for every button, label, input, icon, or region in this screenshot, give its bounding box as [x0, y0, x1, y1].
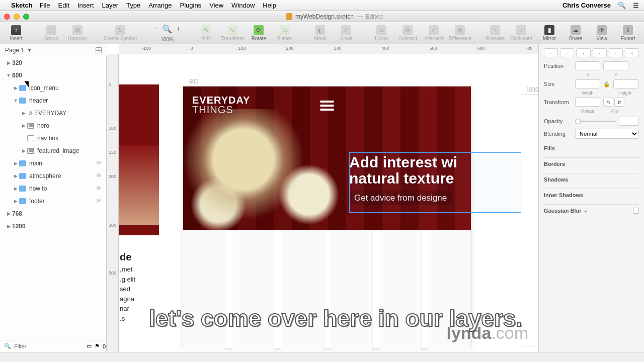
export-button[interactable]: ⇪Export: [616, 23, 640, 43]
zoom-icon[interactable]: 🔍: [162, 24, 172, 34]
menu-view[interactable]: View: [209, 2, 223, 9]
backward-button[interactable]: ↓Backward: [509, 23, 533, 43]
ruler-horizontal[interactable]: -100 0 100 200 300 400 500 600 700: [119, 44, 538, 54]
menu-type[interactable]: Type: [126, 2, 140, 9]
position-y-input[interactable]: [603, 61, 628, 70]
layer-everyday[interactable]: AEVERYDAY: [0, 107, 106, 119]
create-symbol-button[interactable]: ↻Create Symbol: [101, 23, 140, 43]
zoom-value: 100%: [160, 37, 174, 42]
menu-insert[interactable]: Insert: [77, 2, 94, 9]
scale-button[interactable]: ⤢Scale: [334, 23, 358, 43]
ruler-vertical[interactable]: 0 100 150 200 300 500: [107, 54, 119, 352]
align-right-button[interactable]: ⫞: [576, 48, 590, 57]
menu-plugins[interactable]: Plugins: [180, 2, 201, 9]
hamburger-icon[interactable]: [320, 101, 334, 111]
zoom-out-button[interactable]: −: [153, 25, 159, 33]
menu-edit[interactable]: Edit: [58, 2, 69, 9]
opacity-input[interactable]: [619, 117, 639, 126]
window-close-button[interactable]: [4, 14, 10, 20]
fills-section[interactable]: Fills: [544, 142, 639, 154]
image-layer-icon: [27, 123, 34, 129]
layer-filter-input[interactable]: [14, 343, 84, 349]
union-button[interactable]: ∪Union: [369, 23, 393, 43]
align-left-button[interactable]: ⫟: [544, 48, 558, 57]
position-label: Position: [544, 63, 572, 69]
flip-v-button[interactable]: ⇵: [614, 98, 624, 107]
layer-hero[interactable]: hero: [0, 119, 106, 132]
canvas[interactable]: 600 EVERYDAY THINGS Add interest winatur…: [119, 54, 538, 352]
intersect-button[interactable]: ∩Intersect: [422, 23, 446, 43]
artboard-320[interactable]: 320: [0, 56, 106, 69]
opacity-slider[interactable]: [575, 121, 616, 122]
layer-main[interactable]: main👁: [0, 157, 106, 169]
layer-header[interactable]: header: [0, 94, 106, 107]
view-button[interactable]: 👁View: [590, 23, 614, 43]
filter-toggle-icon[interactable]: ▭: [87, 343, 92, 349]
align-top-button[interactable]: ⫟: [593, 48, 607, 57]
layer-filter: 🔍 ▭ ⚑ 0: [0, 340, 106, 352]
spotlight-icon[interactable]: 🔍: [618, 2, 626, 9]
filter-flag-icon[interactable]: ⚑: [95, 343, 100, 349]
page-selector[interactable]: Page 1 ▼: [0, 44, 107, 56]
artboard-next-preview[interactable]: [521, 95, 538, 346]
menubar-user[interactable]: Chris Converse: [562, 2, 611, 9]
window-minimize-button[interactable]: [14, 14, 20, 20]
menu-file[interactable]: File: [40, 2, 50, 9]
menu-layer[interactable]: Layer: [102, 2, 119, 9]
menu-window[interactable]: Window: [231, 2, 255, 9]
chevron-down-icon[interactable]: ⌄: [584, 208, 588, 213]
lock-aspect-icon[interactable]: 🔒: [603, 81, 610, 87]
height-input[interactable]: [613, 79, 638, 88]
position-x-input[interactable]: [575, 61, 600, 70]
mirror-button[interactable]: ▮Mirror: [537, 23, 561, 43]
difference-button[interactable]: ⊕Difference: [448, 23, 472, 43]
app-name[interactable]: Sketch: [11, 2, 33, 9]
menu-arrange[interactable]: Arrange: [148, 2, 172, 9]
layer-featured-image[interactable]: featured_image: [0, 144, 106, 157]
status-bar: [0, 352, 644, 362]
width-input[interactable]: [575, 79, 600, 88]
artboard-320-image: [119, 145, 159, 225]
menu-help[interactable]: Help: [263, 2, 276, 9]
transform-button[interactable]: ⤡Transform: [220, 23, 245, 43]
visibility-icon[interactable]: 👁: [96, 159, 102, 167]
document-edited: Edited: [366, 13, 383, 20]
menu-list-icon[interactable]: ☰: [633, 2, 639, 9]
align-center-v-button[interactable]: ⫠: [609, 48, 623, 57]
artboard-grid-icon[interactable]: [96, 47, 102, 53]
flatten-button[interactable]: ▭Flatten: [273, 23, 297, 43]
layer-footer[interactable]: footer👁: [0, 195, 106, 207]
gaussian-blur-section[interactable]: Gaussian Blur⌄: [544, 204, 639, 217]
rotate-button[interactable]: ⟳Rotate: [247, 23, 271, 43]
forward-button[interactable]: ↑Forward: [483, 23, 507, 43]
borders-section[interactable]: Borders: [544, 157, 639, 170]
ungroup-button[interactable]: ⊞Ungroup: [65, 23, 90, 43]
align-center-h-button[interactable]: ⫠: [560, 48, 574, 57]
insert-button[interactable]: ＋Insert: [4, 23, 28, 43]
visibility-icon[interactable]: 👁: [96, 185, 102, 192]
edit-button[interactable]: ✎Edit: [194, 23, 218, 43]
layer-howto[interactable]: how to👁: [0, 182, 106, 195]
subtract-button[interactable]: ⊖Subtract: [395, 23, 420, 43]
blur-checkbox[interactable]: [633, 208, 639, 214]
artboard-1200[interactable]: 1200: [0, 220, 106, 232]
zoom-in-button[interactable]: +: [175, 25, 181, 33]
rotate-input[interactable]: [575, 98, 600, 107]
artboard-600[interactable]: 600: [0, 69, 106, 81]
blend-mode-select[interactable]: Normal: [575, 129, 639, 139]
align-bottom-button[interactable]: ⫞: [625, 48, 639, 57]
share-button[interactable]: ☁Share: [564, 23, 588, 43]
layer-navbox[interactable]: nav box: [0, 132, 106, 144]
visibility-icon[interactable]: 👁: [96, 197, 102, 205]
layer-atmosphere[interactable]: atmosphere👁: [0, 169, 106, 182]
layer-icon-menu[interactable]: icon_menu: [0, 81, 106, 94]
group-button[interactable]: ⬚Group: [39, 23, 63, 43]
shadows-section[interactable]: Shadows: [544, 173, 639, 186]
mask-button[interactable]: ◐Mask: [308, 23, 332, 43]
flip-h-button[interactable]: ⇋: [603, 98, 613, 107]
window-zoom-button[interactable]: [23, 14, 29, 20]
artboard-768[interactable]: 768: [0, 207, 106, 220]
inner-shadows-section[interactable]: Inner Shadows: [544, 189, 639, 201]
align-controls: ⫟ ⫠ ⫞ ⫟ ⫠ ⫞: [544, 48, 639, 57]
visibility-icon[interactable]: 👁: [96, 172, 102, 179]
